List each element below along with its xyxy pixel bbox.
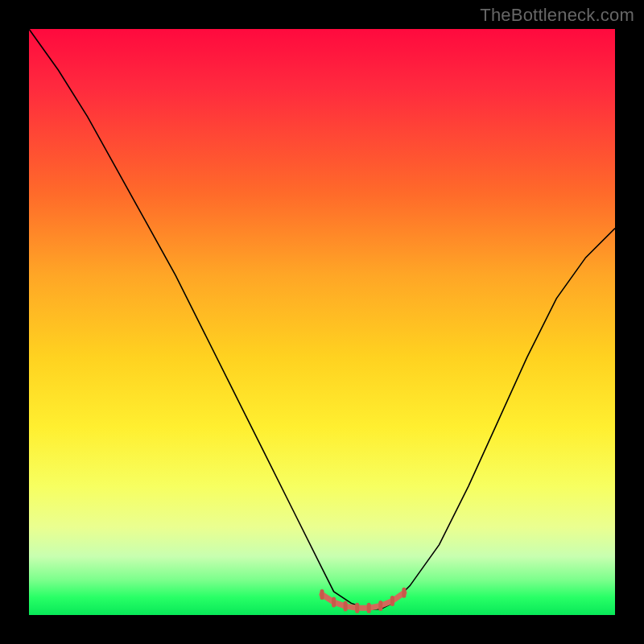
chart-plot-area (29, 29, 615, 615)
bottleneck-curve-line (29, 29, 615, 609)
watermark-text: TheBottleneck.com (480, 5, 634, 26)
outer-frame: TheBottleneck.com (0, 0, 644, 644)
chart-svg (29, 29, 615, 615)
